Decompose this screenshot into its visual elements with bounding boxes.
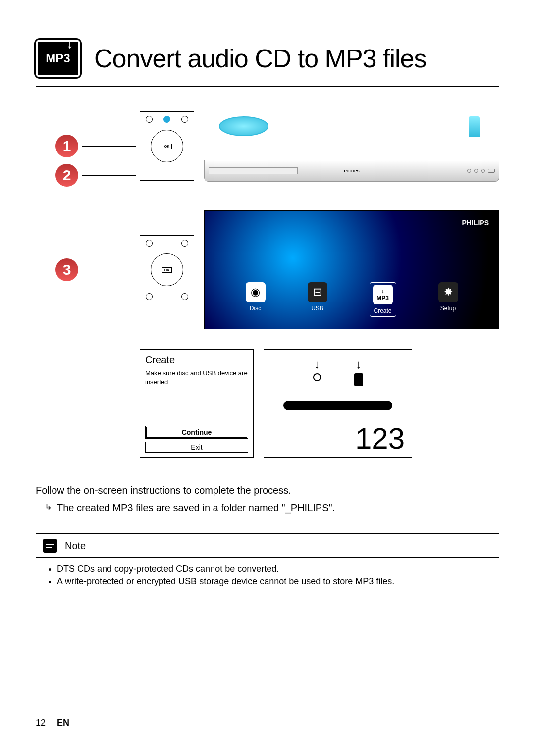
note-box: Note DTS CDs and copy-protected CDs cann… [36, 533, 499, 596]
remote-ok-label: OK [162, 144, 172, 149]
note-title: Note [65, 540, 86, 552]
insert-usb-icon: ↓ [353, 357, 365, 387]
remote-ok-label-2: OK [162, 267, 172, 273]
page-number: 12 [36, 718, 46, 728]
tv-brand: PHILIPS [462, 219, 489, 227]
remote-step3: OK [140, 235, 194, 304]
continue-button[interactable]: Continue [145, 426, 248, 439]
player-illustration: PHILIPS [204, 111, 499, 191]
tv-item-create-label: Create [374, 307, 391, 314]
disc-icon: ◉ [246, 282, 266, 302]
usb-icon: ⊟ [308, 282, 327, 302]
slot-bar-icon [283, 401, 392, 410]
instruction-line2: The created MP3 files are saved in a fol… [57, 501, 335, 515]
page-header: ↓ MP3 Convert audio CD to MP3 files [36, 40, 499, 77]
page-lang: EN [57, 718, 69, 728]
page-title: Convert audio CD to MP3 files [94, 44, 426, 73]
illustration-area: 1 OK 2 [55, 111, 499, 458]
mp3-badge-icon: ↓ MP3 [36, 40, 80, 77]
note-item-1: DTS CDs and copy-protected CDs cannot be… [57, 564, 487, 574]
disc-slot-icon [219, 116, 268, 136]
step-1-badge: 1 [55, 135, 78, 157]
create-mp3-icon: ↓MP3 [373, 285, 393, 304]
create-dialog: Create Make sure disc and USB device are… [140, 349, 254, 458]
tv-item-disc[interactable]: ◉ Disc [246, 282, 266, 317]
tv-item-usb[interactable]: ⊟ USB [308, 282, 327, 317]
tv-menu-screen: PHILIPS ◉ Disc ⊟ USB ↓MP3 Create [204, 210, 499, 329]
page-footer: 12 EN [36, 718, 69, 728]
instruction-text: Follow the on-screen instructions to com… [36, 483, 499, 515]
insert-illustration: ↓ ↓ 123 [264, 349, 412, 458]
step-3-badge: 3 [55, 258, 78, 281]
step-2-badge: 2 [55, 164, 78, 187]
tv-item-disc-label: Disc [250, 305, 261, 312]
result-arrow-icon: ↳ [45, 501, 52, 515]
tv-item-create[interactable]: ↓MP3 Create [370, 282, 396, 317]
insert-disc-icon: ↓ [311, 357, 323, 387]
dialog-title: Create [145, 354, 248, 366]
mp3-badge-label: MP3 [46, 51, 70, 65]
instruction-line1: Follow the on-screen instructions to com… [36, 483, 499, 498]
counter-123: 123 [355, 424, 405, 454]
usb-slot-icon [469, 116, 480, 137]
exit-button[interactable]: Exit [145, 442, 248, 453]
tv-item-setup[interactable]: ✸ Setup [438, 282, 458, 317]
dialog-message: Make sure disc and USB device are insert… [145, 369, 248, 423]
player-brand: PHILIPS [344, 169, 359, 173]
tv-item-setup-label: Setup [440, 305, 456, 312]
note-icon [43, 539, 57, 553]
header-divider [36, 86, 499, 87]
remote-step12: OK [140, 111, 194, 181]
setup-gear-icon: ✸ [438, 282, 458, 302]
note-item-2: A write-protected or encrypted USB stora… [57, 576, 487, 587]
tv-item-usb-label: USB [311, 305, 323, 312]
